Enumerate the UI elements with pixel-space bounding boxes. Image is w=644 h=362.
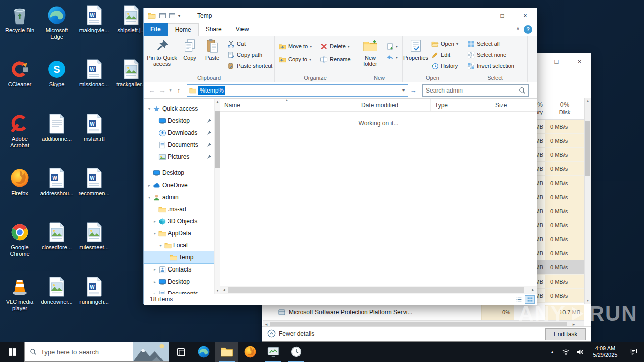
scroll-left-icon[interactable]: ◂ [220, 286, 228, 294]
forward-button[interactable]: → [157, 86, 167, 94]
select-none-button[interactable]: Select none [465, 49, 516, 60]
address-text-selected[interactable]: %temp% [198, 86, 225, 95]
paste-shortcut-button[interactable]: Paste shortcut [225, 60, 274, 71]
go-button[interactable]: → [408, 86, 418, 94]
up-button[interactable]: ↑ [174, 86, 184, 94]
new-item-button[interactable]: ▾ [384, 41, 400, 52]
end-task-button[interactable]: End task [545, 328, 586, 340]
desktop-icon-closedfore[interactable]: closedfore... [38, 219, 75, 274]
nav-item-3d-objects[interactable]: ▸3D Objects [144, 215, 214, 227]
desktop-icon-recommen[interactable]: Wrecommen... [75, 165, 113, 219]
nav-item-temp[interactable]: Temp [144, 251, 214, 263]
taskbar-file-explorer-button[interactable] [215, 342, 238, 362]
address-dropdown-icon[interactable]: ▾ [399, 88, 408, 93]
copy-button[interactable]: Copy [179, 37, 200, 61]
tray-chevron-up-icon[interactable]: ▴ [546, 349, 558, 354]
delete-button[interactable]: Delete▾ [318, 40, 353, 53]
qat-customize-icon[interactable]: ▾ [178, 14, 180, 18]
easy-access-button[interactable]: ▾ [384, 52, 400, 63]
nav-item-desktop[interactable]: Desktop [144, 115, 214, 127]
nav-item-quick-access[interactable]: ▾Quick access [144, 103, 214, 115]
details-view-button[interactable] [514, 295, 524, 304]
new-folder-button[interactable]: New folder [357, 37, 383, 67]
nav-item-appdata[interactable]: ▾AppData [144, 227, 214, 239]
scroll-up-icon[interactable]: ▴ [215, 99, 220, 105]
column-header-size[interactable]: Size [491, 99, 531, 111]
taskbar-clock-app-button[interactable] [285, 342, 308, 362]
nav-item-desktop[interactable]: Desktop [144, 167, 214, 179]
tab-share[interactable]: Share [199, 23, 229, 36]
scrollbar-thumb[interactable] [215, 111, 220, 168]
desktop-icon-adobe-acrobat[interactable]: Adobe Acrobat [1, 111, 38, 165]
nav-item-documents[interactable]: ▸Documents [144, 288, 214, 294]
scroll-up-icon[interactable]: ▴ [585, 98, 591, 104]
column-header-type[interactable]: Type [431, 99, 491, 111]
desktop-icon-rulesmeet[interactable]: rulesmeet... [75, 219, 113, 274]
chevron-down-icon[interactable]: ▾ [146, 107, 153, 111]
qat-icon[interactable] [159, 12, 166, 19]
search-box[interactable]: Search admin [422, 84, 529, 97]
desktop-icon-google-chrome[interactable]: Google Chrome [1, 219, 38, 274]
nav-item-local[interactable]: ▾Local [144, 239, 214, 251]
tab-file[interactable]: File [144, 23, 168, 36]
paste-button[interactable]: Paste [201, 37, 223, 61]
nav-item-onedrive[interactable]: ▸OneDrive [144, 179, 214, 191]
help-button[interactable]: ? [524, 25, 532, 34]
large-icons-view-button[interactable] [525, 295, 535, 304]
chevron-right-icon[interactable]: ▸ [146, 183, 153, 188]
taskbar-clock[interactable]: 4:09 AM 5/29/2025 [587, 345, 624, 358]
desktop-icon-recycle-bin[interactable]: Recycle Bin [1, 2, 38, 56]
start-button[interactable] [0, 342, 24, 362]
desktop-icon-additionne[interactable]: additionne... [38, 111, 75, 165]
chevron-right-icon[interactable]: ▸ [151, 267, 158, 272]
desktop-icon-microsoft-edge[interactable]: Microsoft Edge [38, 2, 75, 56]
desktop-icon-firefox[interactable]: Firefox [1, 165, 38, 219]
copy-to-button[interactable]: Copy to▾ [277, 53, 314, 66]
taskbar-firefox-button[interactable] [238, 342, 262, 362]
nav-item-downloads[interactable]: Downloads [144, 127, 214, 139]
fewer-details-button[interactable]: Fewer details [267, 329, 314, 338]
edit-button[interactable]: Edit [429, 49, 460, 60]
chevron-down-icon[interactable]: ▾ [157, 243, 164, 248]
desktop-icon-missionac[interactable]: Wmissionac... [75, 56, 113, 111]
notification-center-button[interactable] [624, 342, 644, 362]
desktop-icon-vlc-media-player[interactable]: VLC media player [1, 274, 38, 328]
pin-to-quick-access-button[interactable]: Pin to Quick access [146, 37, 178, 67]
copy-path-button[interactable]: Copy path [225, 49, 274, 60]
column-header-name[interactable]: Name [220, 99, 357, 111]
desktop-icon-runningch[interactable]: Wrunningch... [75, 274, 113, 328]
taskbar-search[interactable]: Type here to search [24, 342, 169, 362]
taskmgr-process-row[interactable]: Microsoft Software Protection Platform S… [263, 305, 584, 320]
scrollbar-thumb[interactable] [228, 287, 524, 293]
tab-home[interactable]: Home [168, 23, 199, 36]
qat-icon[interactable] [169, 12, 176, 19]
nav-item-pictures[interactable]: Pictures [144, 151, 214, 163]
explorer-minimize-button[interactable]: – [467, 8, 491, 23]
rename-button[interactable]: Rename [318, 53, 353, 66]
nav-item-admin[interactable]: ▾admin [144, 191, 214, 203]
list-horizontal-scrollbar[interactable]: ◂ ▸ [220, 286, 537, 294]
taskmgr-vertical-scrollbar[interactable]: ▴ ▾ [584, 98, 591, 304]
explorer-close-button[interactable]: × [514, 8, 537, 23]
select-all-button[interactable]: Select all [465, 38, 516, 49]
task-view-button[interactable] [169, 342, 192, 362]
taskbar-edge-button[interactable] [192, 342, 215, 362]
chevron-right-icon[interactable]: ▸ [151, 280, 158, 284]
properties-button[interactable]: Properties [403, 37, 428, 61]
taskmgr-close-button[interactable]: × [568, 53, 591, 69]
desktop-icon-doneowner[interactable]: doneowner... [38, 274, 75, 328]
back-button[interactable]: ← [147, 86, 157, 94]
scroll-down-icon[interactable]: ▾ [585, 298, 591, 304]
desktop-icon-msfax-rtf[interactable]: Wmsfax.rtf [75, 111, 113, 165]
scrollbar-thumb[interactable] [585, 121, 590, 176]
explorer-maximize-button[interactable]: □ [491, 8, 514, 23]
open-button[interactable]: Open▾ [429, 38, 460, 49]
nav-item-desktop[interactable]: ▸Desktop [144, 276, 214, 288]
desktop-icon-makingvie[interactable]: Wmakingvie... [75, 2, 113, 56]
disk-column-header[interactable]: 0% Disk [545, 98, 584, 119]
scroll-down-icon[interactable]: ▾ [215, 288, 220, 294]
volume-icon[interactable] [573, 342, 587, 362]
desktop-icon-skype[interactable]: SSkype [38, 56, 75, 111]
search-icon[interactable] [519, 87, 526, 94]
address-bar[interactable]: %temp% ▾ [187, 84, 408, 97]
